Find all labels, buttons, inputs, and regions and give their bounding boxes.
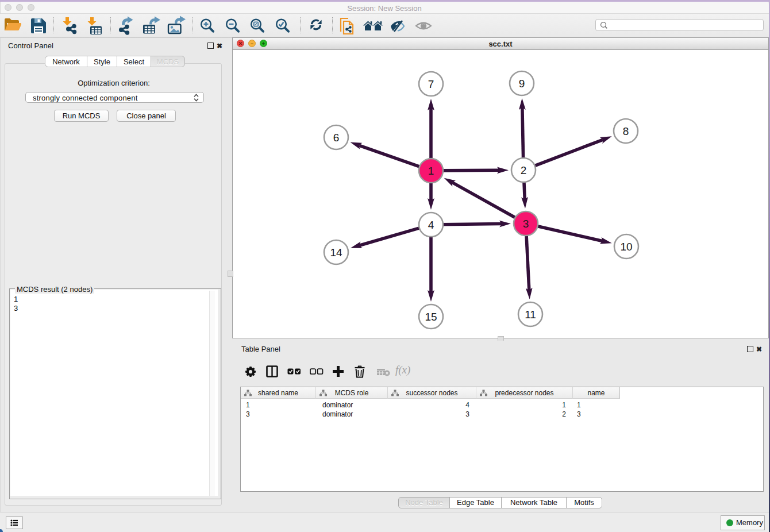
svg-text:15: 15: [425, 311, 437, 323]
svg-text:7: 7: [428, 78, 434, 90]
svg-text:2: 2: [521, 164, 527, 176]
svg-text:8: 8: [623, 125, 629, 137]
svg-text:3: 3: [523, 218, 529, 230]
svg-text:10: 10: [620, 241, 632, 253]
svg-text:6: 6: [333, 132, 340, 144]
svg-text:4: 4: [428, 219, 434, 231]
svg-text:14: 14: [330, 246, 342, 259]
svg-text:9: 9: [519, 78, 525, 90]
svg-text:11: 11: [525, 309, 536, 321]
svg-text:1: 1: [428, 165, 434, 177]
